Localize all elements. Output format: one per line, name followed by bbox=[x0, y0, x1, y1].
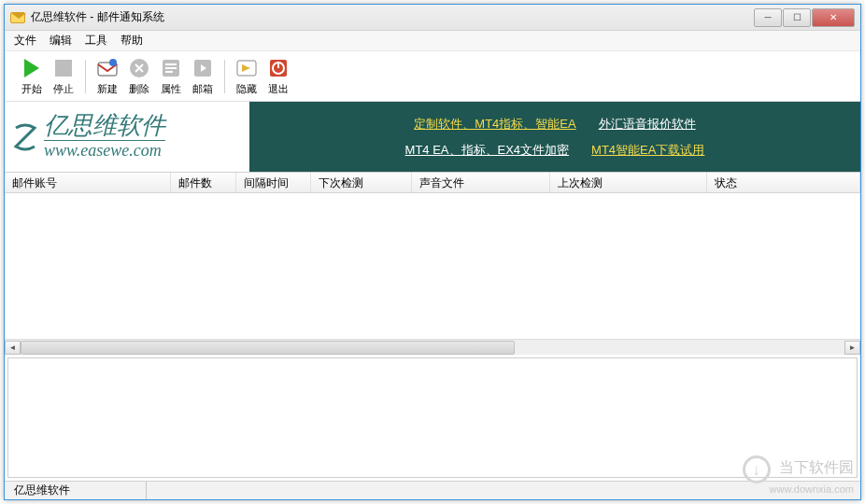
delete-button[interactable]: 删除 bbox=[123, 57, 155, 96]
mailbox-label: 邮箱 bbox=[192, 82, 213, 96]
properties-button[interactable]: 属性 bbox=[155, 57, 187, 96]
window-controls: ─ ☐ ✕ bbox=[754, 8, 855, 27]
banner-links: 定制软件、MT4指标、智能EA 外汇语音报价软件 MT4 EA、指标、EX4文件… bbox=[249, 102, 860, 172]
table-header: 邮件账号 邮件数 间隔时间 下次检测 声音文件 上次检测 状态 bbox=[5, 173, 860, 193]
start-label: 开始 bbox=[21, 82, 42, 96]
exit-button[interactable]: 退出 bbox=[262, 57, 294, 96]
close-button[interactable]: ✕ bbox=[812, 8, 855, 27]
col-account[interactable]: 邮件账号 bbox=[5, 173, 171, 192]
status-text: 亿思维软件 bbox=[5, 482, 147, 499]
new-mail-icon bbox=[96, 57, 119, 79]
toolbar-separator bbox=[85, 60, 86, 93]
col-status[interactable]: 状态 bbox=[707, 173, 860, 192]
properties-label: 属性 bbox=[161, 82, 181, 96]
banner-link-encrypt[interactable]: MT4 EA、指标、EX4文件加密 bbox=[405, 142, 570, 159]
banner-link-custom[interactable]: 定制软件、MT4指标、智能EA bbox=[414, 116, 575, 133]
mail-table: 邮件账号 邮件数 间隔时间 下次检测 声音文件 上次检测 状态 ◄ ► bbox=[5, 173, 860, 355]
properties-icon bbox=[160, 57, 182, 79]
toolbar: 开始 停止 新建 删除 属性 bbox=[5, 51, 860, 102]
table-body[interactable] bbox=[5, 193, 860, 339]
col-interval[interactable]: 间隔时间 bbox=[236, 173, 311, 192]
col-next-check[interactable]: 下次检测 bbox=[311, 173, 412, 192]
scroll-right-button[interactable]: ► bbox=[844, 341, 860, 355]
menu-help[interactable]: 帮助 bbox=[121, 33, 143, 49]
banner-link-voice[interactable]: 外汇语音报价软件 bbox=[599, 116, 696, 133]
banner-text: 亿思维软件 www.easewe.com bbox=[44, 114, 165, 161]
play-icon bbox=[21, 57, 43, 79]
banner-link-download[interactable]: MT4智能EA下载试用 bbox=[591, 142, 704, 159]
menu-tools[interactable]: 工具 bbox=[85, 33, 107, 49]
mailbox-button[interactable]: 邮箱 bbox=[187, 57, 219, 96]
titlebar[interactable]: 亿思维软件 - 邮件通知系统 ─ ☐ ✕ bbox=[5, 5, 860, 31]
app-icon bbox=[10, 12, 25, 23]
stop-icon bbox=[52, 57, 75, 79]
logo-icon bbox=[12, 120, 38, 154]
scroll-left-button[interactable]: ◄ bbox=[5, 341, 21, 355]
horizontal-scrollbar[interactable]: ◄ ► bbox=[5, 339, 860, 355]
col-count[interactable]: 邮件数 bbox=[171, 173, 236, 192]
hide-button[interactable]: 隐藏 bbox=[231, 57, 262, 96]
stop-label: 停止 bbox=[53, 82, 74, 96]
svg-rect-7 bbox=[165, 67, 177, 69]
stop-button[interactable]: 停止 bbox=[48, 57, 79, 96]
svg-rect-1 bbox=[55, 60, 72, 77]
hide-icon bbox=[235, 57, 258, 79]
banner: 亿思维软件 www.easewe.com 定制软件、MT4指标、智能EA 外汇语… bbox=[5, 102, 860, 173]
svg-point-3 bbox=[109, 59, 117, 66]
exit-label: 退出 bbox=[268, 82, 289, 96]
hide-label: 隐藏 bbox=[236, 82, 257, 96]
svg-rect-6 bbox=[165, 63, 177, 65]
new-label: 新建 bbox=[97, 82, 118, 96]
maximize-button[interactable]: ☐ bbox=[783, 8, 811, 27]
delete-icon bbox=[128, 57, 150, 79]
menu-edit[interactable]: 编辑 bbox=[50, 33, 72, 49]
company-url: www.easewe.com bbox=[44, 140, 165, 161]
svg-rect-8 bbox=[165, 71, 173, 73]
menubar: 文件 编辑 工具 帮助 bbox=[5, 31, 860, 51]
statusbar: 亿思维软件 bbox=[5, 481, 860, 499]
new-button[interactable]: 新建 bbox=[92, 57, 123, 96]
col-last-check[interactable]: 上次检测 bbox=[550, 173, 707, 192]
company-name-cn: 亿思维软件 bbox=[44, 114, 165, 138]
app-window: 亿思维软件 - 邮件通知系统 ─ ☐ ✕ 文件 编辑 工具 帮助 开始 停止 bbox=[4, 4, 861, 500]
svg-rect-15 bbox=[277, 62, 279, 68]
delete-label: 删除 bbox=[129, 82, 149, 96]
start-button[interactable]: 开始 bbox=[16, 57, 48, 96]
toolbar-separator bbox=[224, 60, 225, 93]
window-title: 亿思维软件 - 邮件通知系统 bbox=[31, 9, 754, 25]
banner-logo-area: 亿思维软件 www.easewe.com bbox=[5, 102, 249, 172]
mailbox-icon bbox=[191, 57, 214, 79]
scroll-track[interactable] bbox=[21, 341, 844, 355]
minimize-button[interactable]: ─ bbox=[754, 8, 782, 27]
menu-file[interactable]: 文件 bbox=[14, 33, 36, 49]
svg-marker-0 bbox=[24, 59, 39, 77]
exit-icon bbox=[267, 57, 290, 79]
scroll-thumb[interactable] bbox=[21, 341, 515, 355]
col-sound-file[interactable]: 声音文件 bbox=[412, 173, 550, 192]
log-panel[interactable] bbox=[7, 357, 858, 478]
